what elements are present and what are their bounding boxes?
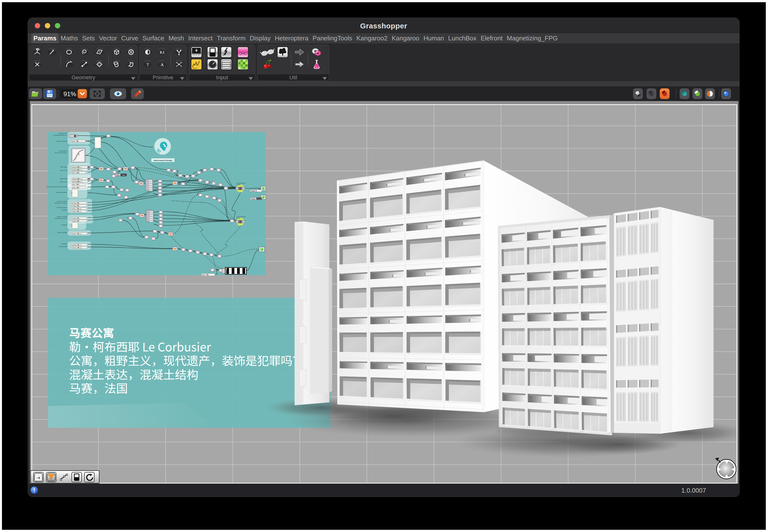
input-scribble-icon[interactable] xyxy=(190,58,202,71)
menu-tab-maths[interactable]: Maths xyxy=(58,33,80,43)
model-wall-slab xyxy=(295,221,332,405)
param-integer-icon[interactable]: 7 xyxy=(141,59,154,71)
menu-tab-curve[interactable]: Curve xyxy=(119,33,140,43)
input-slider-icon[interactable] xyxy=(190,46,202,59)
zoom-value: 91% xyxy=(63,90,76,98)
toolbar-separator xyxy=(719,89,720,98)
open-file-button[interactable] xyxy=(29,88,42,99)
display-blue-sphere-button[interactable] xyxy=(721,88,731,99)
group-expand-arrow[interactable] xyxy=(131,77,135,80)
group-expand-arrow[interactable] xyxy=(180,77,184,80)
util-tree-icon[interactable] xyxy=(277,46,289,59)
menu-tab-vector[interactable]: Vector xyxy=(97,33,119,43)
ribbon-bottom-band xyxy=(28,81,739,86)
expression-tool-button[interactable]: -x xyxy=(33,472,44,482)
param-number-icon[interactable]: 0.1 xyxy=(156,46,168,59)
util-cherries-icon[interactable] xyxy=(262,58,274,71)
util-export-icon[interactable] xyxy=(293,47,306,58)
input-panel-icon[interactable] xyxy=(221,58,232,71)
display-render-button[interactable] xyxy=(680,88,689,99)
input-colour-icon[interactable] xyxy=(237,58,249,71)
zoom-control[interactable]: 91% xyxy=(60,88,88,99)
zoom-extents-button[interactable] xyxy=(90,88,105,99)
menu-tab-magnetizing_fpg[interactable]: Magnetizing_FPG xyxy=(505,33,560,43)
save-file-button[interactable] xyxy=(43,88,56,99)
canvas-toolbar: 91% xyxy=(28,86,739,101)
input-gradient-icon[interactable] xyxy=(237,46,249,59)
menu-tab-surface[interactable]: Surface xyxy=(140,33,166,43)
menu-tab-human[interactable]: Human xyxy=(421,33,446,43)
svg-text:0.1: 0.1 xyxy=(160,50,164,54)
menu-tab-heteroptera[interactable]: Heteroptera xyxy=(273,33,311,43)
param-plane-icon[interactable] xyxy=(93,46,105,59)
param-geometry-icon[interactable] xyxy=(31,46,43,59)
param-curve-icon[interactable] xyxy=(78,46,90,59)
param-boolean-icon[interactable] xyxy=(141,46,154,59)
menu-tab-sets[interactable]: Sets xyxy=(80,33,97,43)
group-expand-arrow[interactable] xyxy=(323,77,327,80)
menu-tab-transform[interactable]: Transform xyxy=(215,33,248,43)
param-line-icon[interactable] xyxy=(78,59,90,71)
menu-tab-display[interactable]: Display xyxy=(248,33,273,43)
group-separator xyxy=(204,47,205,72)
ribbon-group-geometry: Geometry xyxy=(29,45,138,81)
redraw-tool-button[interactable] xyxy=(84,472,94,482)
menu-tab-intersect[interactable]: Intersect xyxy=(186,33,215,43)
util-flask-icon[interactable] xyxy=(311,58,323,71)
param-text-icon[interactable]: A xyxy=(156,59,168,71)
param-rectangle-icon[interactable] xyxy=(93,59,105,71)
desktop-background: Grasshopper Params Maths Sets Vector Cur… xyxy=(2,2,766,530)
preview-button[interactable] xyxy=(110,88,126,99)
display-artistic-button[interactable] xyxy=(705,88,715,99)
param-arc-icon[interactable] xyxy=(63,59,75,71)
param-brep-icon[interactable] xyxy=(110,59,123,71)
param-vector-icon[interactable] xyxy=(46,46,58,59)
mini-toolbar: -x xyxy=(30,470,99,484)
menu-tab-elefront[interactable]: Elefront xyxy=(478,33,505,43)
menu-tab-kangaroo2[interactable]: Kangaroo2 xyxy=(354,33,390,43)
menu-tab-panelingtools[interactable]: PanelingTools xyxy=(311,33,354,43)
param-data-icon[interactable] xyxy=(173,59,185,71)
model-right-tower xyxy=(614,207,713,434)
display-shaded-button[interactable] xyxy=(660,88,670,99)
component-tab-bar: Params Maths Sets Vector Curve Surface M… xyxy=(28,33,739,43)
input-toggle-icon[interactable] xyxy=(207,46,219,59)
param-path-icon[interactable] xyxy=(173,46,185,59)
canvas-frame: Toggle False Steps 6 Domain start 6.120 … xyxy=(30,101,738,484)
menu-tab-params[interactable]: Params xyxy=(31,33,58,43)
group-expand-arrow[interactable] xyxy=(249,77,253,80)
param-transform-icon[interactable] xyxy=(31,59,43,71)
gh-canvas[interactable]: Toggle False Steps 6 Domain start 6.120 … xyxy=(31,104,737,484)
util-import-icon[interactable] xyxy=(293,59,306,71)
viewport-trackball[interactable] xyxy=(715,458,736,479)
group-separator xyxy=(291,47,292,72)
group-separator xyxy=(60,47,61,72)
svg-text:-x: -x xyxy=(37,475,40,480)
menu-tab-mesh[interactable]: Mesh xyxy=(166,33,186,43)
menu-tab-lunchbox[interactable]: LunchBox xyxy=(446,33,479,43)
alert-icon[interactable]: ! xyxy=(30,486,38,494)
group-caption: Util xyxy=(258,74,329,81)
wire-tool-button[interactable] xyxy=(59,472,69,482)
param-surface-icon[interactable] xyxy=(125,59,137,71)
paint-tool-button[interactable] xyxy=(46,472,56,482)
param-circle-icon[interactable] xyxy=(63,46,75,59)
panel-tool-button[interactable] xyxy=(71,472,82,482)
titlebar[interactable]: Grasshopper xyxy=(28,18,739,33)
svg-text:7: 7 xyxy=(147,62,149,67)
display-ghost-button[interactable] xyxy=(647,88,656,99)
group-caption: Input xyxy=(189,74,255,81)
zoom-dropdown-button[interactable] xyxy=(78,89,87,98)
util-donut-icon[interactable] xyxy=(311,46,323,58)
display-wire-button[interactable] xyxy=(633,88,643,99)
input-knob-icon[interactable] xyxy=(207,58,219,71)
version-label: 1.0.0007 xyxy=(681,487,706,494)
input-graph-icon[interactable] xyxy=(221,46,232,59)
param-box-icon[interactable] xyxy=(110,46,123,59)
model-second-building xyxy=(498,215,612,435)
display-tech-button[interactable] xyxy=(693,88,702,99)
sketch-button[interactable] xyxy=(131,88,144,99)
menu-tab-kangaroo[interactable]: Kangaroo xyxy=(390,33,421,43)
util-glasses-icon[interactable] xyxy=(260,46,275,59)
param-mesh-icon[interactable] xyxy=(125,46,137,59)
